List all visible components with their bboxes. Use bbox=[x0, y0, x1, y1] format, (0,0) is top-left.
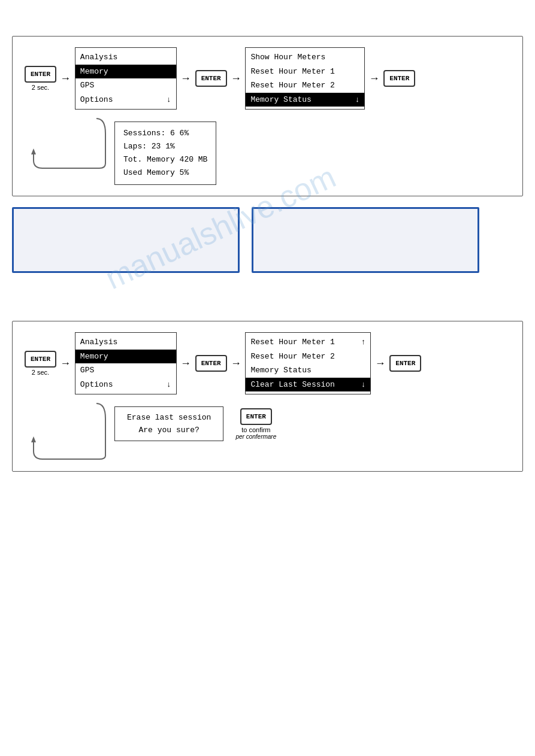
used-memory-line: Used Memory 5% bbox=[123, 166, 207, 180]
enter-block-1: ENTER 2 sec. bbox=[25, 66, 56, 91]
svg-marker-1 bbox=[31, 436, 36, 442]
menu1-item-analysis: Analysis bbox=[75, 50, 176, 65]
enter-button-2[interactable]: ENTER bbox=[195, 70, 227, 87]
enter-block-2: ENTER bbox=[195, 70, 227, 87]
enter-button-4[interactable]: ENTER bbox=[25, 351, 56, 368]
menu2-item-reset1: Reset Hour Meter 1 bbox=[246, 65, 364, 79]
arrow-1: → bbox=[62, 72, 69, 84]
menu2-item-memory-status: Memory Status↓ bbox=[246, 93, 364, 107]
enter-button-1[interactable]: ENTER bbox=[25, 66, 56, 83]
menu2-item-reset2: Reset Hour Meter 2 bbox=[246, 78, 364, 93]
menu1-item-memory: Memory bbox=[75, 65, 176, 79]
memory-status-display: Sessions: 6 6% Laps: 23 1% Tot. Memory 4… bbox=[114, 122, 216, 185]
flow-row-1: ENTER 2 sec. → Analysis Memory GPS Optio… bbox=[25, 47, 510, 110]
curved-arrow-svg-2 bbox=[31, 400, 108, 460]
enter-button-5[interactable]: ENTER bbox=[195, 355, 227, 372]
svg-marker-0 bbox=[31, 148, 36, 154]
enter-block-3: ENTER bbox=[383, 70, 415, 87]
curved-arrow-svg-1 bbox=[31, 116, 108, 169]
s2-menu2-item-clear: Clear Last Session↓ bbox=[246, 378, 370, 392]
menu1-item-options: Options↓ bbox=[75, 93, 176, 107]
enter-button-confirm[interactable]: ENTER bbox=[240, 408, 272, 425]
erase-confirm-area: Erase last session Are you sure? ENTER t… bbox=[114, 406, 276, 441]
menu2-item-show: Show Hour Meters bbox=[246, 50, 364, 65]
enter-block-4: ENTER 2 sec. bbox=[25, 351, 56, 376]
erase-line1: Erase last session bbox=[127, 413, 211, 422]
to-confirm-label: to confirm bbox=[241, 426, 270, 433]
blue-box-row bbox=[12, 207, 523, 273]
curved-flow-2: Erase last session Are you sure? ENTER t… bbox=[25, 406, 510, 460]
s2-menu2-item-reset2: Reset Hour Meter 2 bbox=[246, 350, 370, 364]
erase-line2: Are you sure? bbox=[127, 426, 211, 435]
tot-memory-line: Tot. Memory 420 MB bbox=[123, 153, 207, 166]
arrow-6: → bbox=[183, 357, 189, 369]
enter-button-6[interactable]: ENTER bbox=[389, 355, 421, 372]
arrow-3: → bbox=[233, 72, 240, 84]
menu2-section2: Reset Hour Meter 1↑ Reset Hour Meter 2 M… bbox=[245, 332, 371, 394]
s2-menu1-item-options: Options↓ bbox=[75, 378, 176, 392]
flow-row-2: ENTER 2 sec. → Analysis Memory GPS Optio… bbox=[25, 332, 510, 394]
section2-diagram: ENTER 2 sec. → Analysis Memory GPS Optio… bbox=[12, 321, 523, 472]
menu1-section2: Analysis Memory GPS Options↓ bbox=[75, 332, 177, 394]
arrow-7: → bbox=[233, 357, 240, 369]
spacer-middle bbox=[12, 285, 523, 321]
enter-block-6: ENTER bbox=[389, 355, 421, 372]
s2-menu1-item-analysis: Analysis bbox=[75, 335, 176, 350]
enter-button-3[interactable]: ENTER bbox=[383, 70, 415, 87]
arrow-4: → bbox=[371, 72, 377, 84]
s2-menu1-item-gps: GPS bbox=[75, 363, 176, 378]
arrow-8: → bbox=[377, 357, 383, 369]
s2-menu1-item-memory: Memory bbox=[75, 350, 176, 364]
arrow-5: → bbox=[62, 357, 69, 369]
menu1-item-gps: GPS bbox=[75, 78, 176, 93]
menu1-section1: Analysis Memory GPS Options↓ bbox=[75, 47, 177, 110]
enter-label-1: 2 sec. bbox=[32, 84, 49, 91]
enter-block-5: ENTER bbox=[195, 355, 227, 372]
menu2-section1: Show Hour Meters Reset Hour Meter 1 Rese… bbox=[245, 47, 365, 110]
s2-menu2-item-memory-status: Memory Status bbox=[246, 363, 370, 378]
arrow-2: → bbox=[183, 72, 189, 84]
curved-flow-1: Sessions: 6 6% Laps: 23 1% Tot. Memory 4… bbox=[25, 122, 510, 185]
blue-box-left bbox=[12, 207, 240, 273]
erase-confirm-box: Erase last session Are you sure? bbox=[114, 406, 223, 441]
enter-confirm-block: ENTER to confirm per confermare bbox=[235, 408, 276, 440]
per-confermare-label: per confermare bbox=[235, 433, 276, 440]
laps-line: Laps: 23 1% bbox=[123, 140, 207, 153]
section1-diagram: ENTER 2 sec. → Analysis Memory GPS Optio… bbox=[12, 36, 523, 196]
s2-menu2-item-reset1: Reset Hour Meter 1↑ bbox=[246, 335, 370, 350]
blue-box-right bbox=[252, 207, 479, 273]
sessions-line: Sessions: 6 6% bbox=[123, 127, 207, 140]
enter-label-2: 2 sec. bbox=[32, 369, 49, 376]
